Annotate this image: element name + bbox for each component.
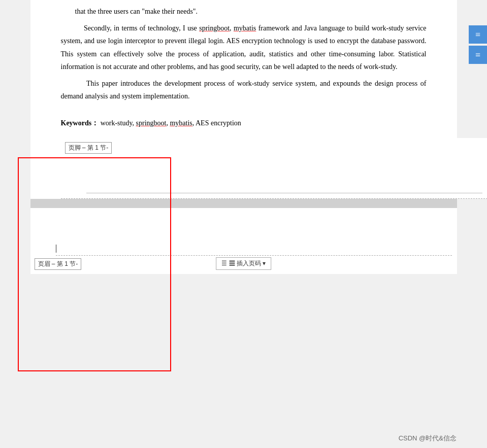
footer-section: 页脚 – 第 1 节-: [61, 138, 488, 199]
text-block: that the three users can "make their nee…: [61, 5, 427, 102]
header-dashed-line: [56, 255, 452, 256]
sidebar-icon-1: ≡: [475, 29, 480, 40]
insert-page-button[interactable]: ☰ ☰ 插入页码 ▾: [216, 257, 272, 270]
keywords-label: Keywords：: [61, 119, 99, 127]
kw-springboot[interactable]: springboot: [136, 119, 167, 127]
keywords-values: work-study, springboot, mybatis, AES enc…: [101, 119, 241, 127]
header-section[interactable]: 页眉 – 第 1 节- ☰ ☰ 插入页码 ▾: [30, 208, 457, 274]
text-cursor: [56, 245, 56, 253]
link-springboot[interactable]: springboot: [199, 24, 230, 32]
sidebar-button-2[interactable]: ≡: [469, 46, 487, 64]
page-separator: [30, 199, 457, 208]
paragraph-2: Secondly, in terms of technology, I use …: [61, 22, 427, 73]
footer-line: [86, 193, 482, 193]
paragraph-3: This paper introduces the development pr…: [61, 77, 427, 102]
csdn-watermark: CSDN @时代&信念: [399, 434, 457, 443]
outer-wrapper: that the three users can "make their nee…: [0, 0, 487, 448]
link-mybatis[interactable]: mybatis: [234, 24, 256, 32]
sidebar-button-1[interactable]: ≡: [469, 25, 487, 44]
insert-page-icon: ☰: [221, 260, 227, 267]
insert-page-label: ☰ 插入页码 ▾: [229, 259, 266, 268]
sidebar-icon-2: ≡: [475, 50, 480, 60]
header-label: 页眉 – 第 1 节-: [35, 258, 82, 270]
right-sidebar: ≡ ≡: [469, 25, 487, 64]
paragraph-1: that the three users can "make their nee…: [61, 5, 427, 18]
keywords-section: Keywords： work-study, springboot, mybati…: [61, 111, 427, 135]
main-content: that the three users can "make their nee…: [30, 0, 457, 199]
kw-mybatis[interactable]: mybatis: [170, 119, 192, 127]
footer-label: 页脚 – 第 1 节-: [65, 142, 112, 154]
